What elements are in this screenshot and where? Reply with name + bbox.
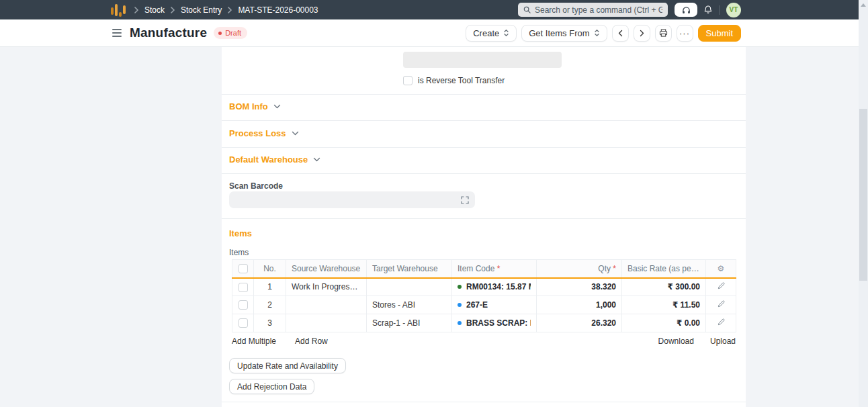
- breadcrumb-stock-entry[interactable]: Stock Entry: [181, 5, 222, 15]
- search-input[interactable]: [535, 5, 662, 15]
- scan-barcode-input[interactable]: [235, 195, 461, 205]
- grid-settings-button[interactable]: ⚙: [706, 260, 736, 278]
- update-rate-availability-button[interactable]: Update Rate and Availability: [229, 358, 346, 373]
- section-bom-info[interactable]: BOM Info: [229, 101, 281, 111]
- scan-barcode-label: Scan Barcode: [229, 181, 283, 191]
- source-warehouse-cell[interactable]: [286, 314, 367, 332]
- qty-cell[interactable]: 38.320: [537, 278, 622, 296]
- page-header: Manufacture Draft Create Get Items From: [0, 19, 868, 47]
- edit-row-button[interactable]: [718, 282, 725, 289]
- item-code-cell[interactable]: RM00134: 15.87 MM H: [452, 278, 537, 296]
- pencil-icon: [718, 300, 725, 308]
- status-badge: Draft: [214, 27, 247, 39]
- target-warehouse-cell[interactable]: Stores - ABI: [367, 296, 452, 314]
- bell-icon: [704, 5, 712, 14]
- add-multiple-button[interactable]: Add Multiple: [232, 336, 276, 346]
- help-headphones-button[interactable]: [675, 3, 697, 17]
- app-logo-icon[interactable]: [111, 3, 126, 17]
- qty-cell[interactable]: 26.320: [537, 314, 622, 332]
- scrollbar-thumb[interactable]: [859, 109, 867, 281]
- target-warehouse-cell[interactable]: [367, 278, 452, 296]
- basic-rate-cell[interactable]: ₹ 0.00: [622, 314, 706, 332]
- section-default-warehouse-label: Default Warehouse: [229, 154, 308, 165]
- navbar-divider: [719, 5, 720, 15]
- item-status-dot-icon: [458, 321, 462, 325]
- status-dot-icon: [218, 32, 222, 35]
- section-bom-info-label: BOM Info: [229, 101, 268, 111]
- navbar-actions: VT: [518, 3, 741, 17]
- add-rejection-data-button[interactable]: Add Rejection Data: [229, 379, 314, 394]
- disabled-field: [403, 52, 562, 68]
- add-row-button[interactable]: Add Row: [295, 336, 328, 346]
- item-code-cell[interactable]: 267-E: [452, 296, 537, 314]
- item-code-text: RM00134: 15.87 MM H: [466, 282, 531, 291]
- col-target-warehouse: Target Warehouse: [367, 260, 452, 278]
- row-checkbox[interactable]: [238, 283, 248, 292]
- source-warehouse-cell[interactable]: [286, 296, 367, 314]
- status-label: Draft: [225, 29, 241, 37]
- basic-rate-cell[interactable]: ₹ 300.00: [622, 278, 706, 296]
- col-item-code-label: Item Code: [458, 264, 494, 273]
- create-button[interactable]: Create: [466, 25, 517, 42]
- user-avatar[interactable]: VT: [726, 3, 741, 17]
- item-code-text: 267-E: [466, 300, 488, 310]
- edit-row-button[interactable]: [718, 318, 725, 326]
- target-warehouse-cell[interactable]: Scrap-1 - ABI: [367, 314, 452, 332]
- top-navbar: Stock Stock Entry MAT-STE-2026-00003 VT: [0, 0, 868, 19]
- form-card: is Reverse Tool Transfer BOM Info Proces…: [222, 47, 746, 407]
- breadcrumb: Stock Stock Entry MAT-STE-2026-00003: [111, 3, 518, 17]
- breadcrumb-document[interactable]: MAT-STE-2026-00003: [238, 5, 318, 15]
- chevron-right-icon: [227, 7, 232, 13]
- upload-button[interactable]: Upload: [710, 336, 736, 346]
- get-items-from-label: Get Items From: [529, 28, 589, 38]
- col-source-warehouse: Source Warehouse: [286, 260, 367, 278]
- row-checkbox[interactable]: [238, 300, 248, 310]
- section-process-loss[interactable]: Process Loss: [229, 128, 299, 138]
- pencil-icon: [718, 318, 725, 326]
- page-header-left: Manufacture Draft: [111, 26, 466, 40]
- chevron-down-icon: [292, 131, 299, 136]
- col-basic-rate: Basic Rate (as per St...: [622, 260, 706, 278]
- row-checkbox[interactable]: [238, 318, 248, 328]
- download-button[interactable]: Download: [658, 336, 694, 346]
- qty-cell[interactable]: 1,000: [537, 296, 622, 314]
- get-items-from-button[interactable]: Get Items From: [521, 25, 607, 42]
- previous-document-button[interactable]: [612, 25, 629, 42]
- scrollbar-up-arrow-icon[interactable]: [861, 3, 866, 7]
- section-default-warehouse[interactable]: Default Warehouse: [229, 154, 320, 165]
- chevron-right-icon: [134, 7, 139, 13]
- sidebar-toggle-icon[interactable]: [111, 28, 123, 38]
- menu-dots-button[interactable]: ···: [677, 25, 693, 42]
- submit-button[interactable]: Submit: [698, 25, 741, 42]
- edit-row-button[interactable]: [718, 300, 725, 308]
- notifications-button[interactable]: [704, 5, 712, 14]
- reverse-tool-transfer-field: is Reverse Tool Transfer: [403, 76, 505, 85]
- select-chevrons-icon: [503, 29, 509, 37]
- pencil-icon: [718, 282, 725, 289]
- grid-row: 1 Work In Progress - ABI RM00134: 15.87 …: [232, 278, 736, 296]
- item-code-cell[interactable]: BRASS SCRAP: BRASS: [452, 314, 537, 332]
- next-document-button[interactable]: [634, 25, 650, 42]
- reverse-tool-transfer-checkbox[interactable]: [403, 76, 413, 85]
- basic-rate-cell[interactable]: ₹ 11.50: [622, 296, 706, 314]
- select-all-checkbox[interactable]: [238, 264, 248, 273]
- section-divider: [222, 173, 746, 174]
- chevron-down-icon: [313, 157, 320, 162]
- section-divider: [222, 402, 746, 402]
- section-divider: [222, 120, 746, 121]
- item-status-dot-icon: [458, 303, 462, 307]
- print-button[interactable]: [655, 25, 672, 42]
- global-search[interactable]: [518, 3, 668, 17]
- items-field-label: Items: [229, 248, 249, 257]
- source-warehouse-cell[interactable]: Work In Progress - ABI: [286, 278, 367, 296]
- items-grid: No. Source Warehouse Target Warehouse It…: [232, 259, 736, 332]
- section-items[interactable]: Items: [229, 228, 252, 238]
- create-button-label: Create: [473, 28, 499, 38]
- select-chevrons-icon: [594, 29, 600, 37]
- breadcrumb-stock[interactable]: Stock: [144, 5, 165, 15]
- item-code-text: BRASS SCRAP: BRASS: [466, 318, 531, 328]
- section-divider: [222, 94, 746, 95]
- barcode-scan-icon[interactable]: [461, 196, 469, 204]
- page-scrollbar[interactable]: [859, 0, 868, 407]
- reverse-tool-transfer-label: is Reverse Tool Transfer: [418, 76, 505, 85]
